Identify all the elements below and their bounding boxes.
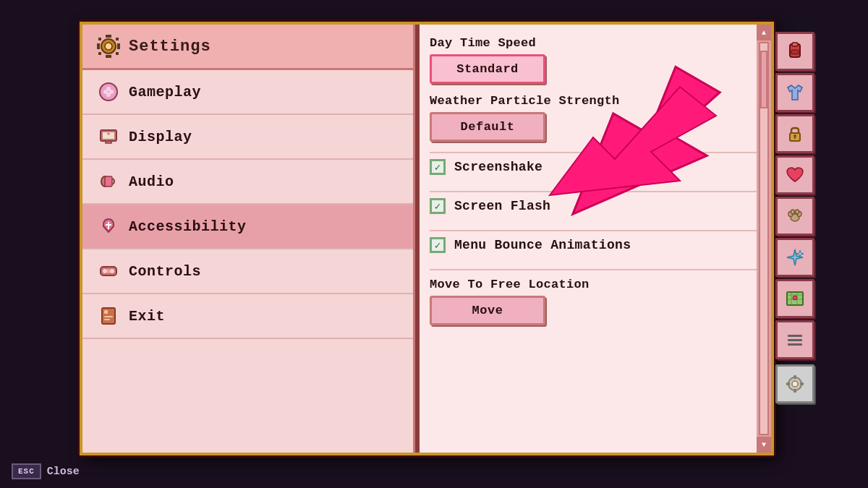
controls-label: Controls	[129, 263, 201, 280]
svg-point-46	[792, 381, 798, 387]
menu-item-display[interactable]: Display	[82, 115, 413, 160]
esc-bar: ESC Close	[12, 463, 80, 479]
controls-icon	[98, 261, 119, 281]
svg-rect-49	[786, 382, 790, 385]
setting-weather-particle: Weather Particle Strength Default	[430, 94, 757, 142]
lock-icon	[784, 123, 806, 145]
sparkle-icon	[784, 247, 806, 268]
menu-list: Gameplay Display Audio	[82, 70, 413, 339]
menu-item-accessibility[interactable]: Accessibility	[82, 205, 413, 249]
sidebar-btn-lock[interactable]	[775, 114, 814, 153]
content-area: Day Time Speed Standard Weather Particle…	[415, 25, 771, 453]
exit-icon	[98, 306, 119, 326]
setting-day-time-speed: Day Time Speed Standard	[430, 36, 757, 84]
settings-header: Settings	[82, 25, 413, 70]
menu-item-controls[interactable]: Controls	[82, 249, 413, 294]
settings-gear-small-icon	[784, 373, 806, 395]
setting-menu-bounce: Menu Bounce Animations	[430, 230, 757, 259]
svg-rect-5	[116, 38, 119, 40]
sidebar-btn-backpack[interactable]	[775, 32, 814, 71]
weather-particle-label: Weather Particle Strength	[430, 94, 739, 108]
right-panel: ▲ ▼ Day Time Speed Standard Weather Part…	[415, 25, 771, 453]
svg-rect-3	[106, 55, 111, 58]
day-time-speed-button[interactable]: Standard	[430, 54, 545, 84]
sidebar-btn-shirt[interactable]	[775, 73, 814, 112]
esc-key[interactable]: ESC	[12, 463, 41, 479]
close-label: Close	[47, 466, 80, 478]
svg-rect-0	[106, 35, 111, 38]
svg-rect-42	[788, 335, 802, 337]
accessibility-icon	[98, 216, 119, 236]
scrollbar[interactable]: ▲ ▼	[757, 25, 771, 453]
screen-flash-label: Screen Flash	[454, 199, 550, 213]
svg-rect-50	[800, 382, 804, 385]
svg-rect-1	[97, 43, 100, 49]
screenshake-checkbox[interactable]	[430, 159, 446, 175]
menu-bounce-label: Menu Bounce Animations	[454, 238, 631, 252]
svg-point-39	[796, 210, 799, 214]
exit-label: Exit	[129, 308, 165, 325]
sidebar-btn-paw[interactable]	[775, 197, 814, 236]
audio-label: Audio	[129, 174, 174, 190]
setting-screen-flash: Screen Flash	[430, 191, 757, 220]
setting-move-location: Move To Free Location Move	[430, 269, 757, 325]
svg-point-38	[791, 210, 795, 214]
svg-rect-47	[793, 375, 796, 379]
scroll-track[interactable]	[759, 42, 769, 435]
svg-rect-20	[105, 176, 112, 187]
scroll-up-arrow[interactable]: ▲	[757, 25, 771, 40]
settings-gear-icon	[97, 35, 120, 58]
svg-rect-43	[788, 339, 802, 341]
gameplay-label: Gameplay	[129, 84, 201, 100]
scroll-down-arrow[interactable]: ▼	[757, 437, 771, 453]
sidebar-btn-heart[interactable]	[775, 155, 814, 194]
svg-rect-30	[792, 43, 798, 46]
svg-rect-26	[104, 310, 108, 314]
menu-item-exit[interactable]: Exit	[82, 294, 413, 339]
menu-icon	[784, 329, 806, 351]
sidebar-btn-map[interactable]	[775, 279, 814, 318]
svg-point-41	[793, 296, 797, 300]
book-divider	[415, 25, 420, 453]
svg-rect-7	[116, 52, 119, 55]
backpack-icon	[784, 40, 806, 62]
scroll-thumb[interactable]	[760, 51, 767, 108]
weather-particle-button[interactable]: Default	[430, 112, 545, 142]
sidebar-btn-menu[interactable]	[775, 320, 814, 359]
svg-point-18	[107, 133, 110, 135]
svg-rect-44	[788, 343, 802, 346]
svg-rect-34	[794, 136, 796, 139]
heart-icon	[784, 164, 806, 186]
display-icon	[98, 127, 119, 147]
svg-rect-48	[793, 389, 796, 393]
setting-screenshake: Screenshake	[430, 152, 757, 181]
accessibility-label: Accessibility	[129, 218, 247, 235]
svg-rect-17	[106, 141, 111, 143]
svg-rect-27	[104, 316, 113, 317]
menu-bounce-checkbox[interactable]	[430, 237, 446, 253]
menu-item-gameplay[interactable]: Gameplay	[82, 70, 413, 115]
settings-book: Settings Gameplay	[80, 22, 774, 455]
right-sidebar	[775, 25, 819, 453]
screenshake-label: Screenshake	[454, 160, 542, 174]
display-label: Display	[129, 129, 192, 145]
svg-point-10	[100, 83, 117, 100]
svg-point-9	[105, 43, 112, 50]
move-location-label: Move To Free Location	[430, 278, 739, 291]
menu-item-audio[interactable]: Audio	[82, 160, 413, 205]
svg-rect-2	[117, 43, 120, 49]
sidebar-btn-settings-gear[interactable]	[775, 364, 814, 403]
left-panel: Settings Gameplay	[82, 25, 415, 453]
svg-rect-4	[98, 38, 101, 40]
shirt-icon	[784, 82, 806, 103]
gameplay-icon	[98, 82, 119, 102]
screen-flash-checkbox[interactable]	[430, 198, 446, 214]
svg-point-22	[103, 269, 107, 273]
svg-rect-24	[107, 269, 110, 273]
move-location-button[interactable]: Move	[430, 296, 545, 325]
sidebar-btn-sparkle[interactable]	[775, 238, 814, 277]
svg-rect-6	[98, 52, 101, 55]
svg-rect-28	[104, 319, 110, 320]
audio-icon	[98, 171, 119, 192]
settings-title: Settings	[129, 38, 211, 56]
